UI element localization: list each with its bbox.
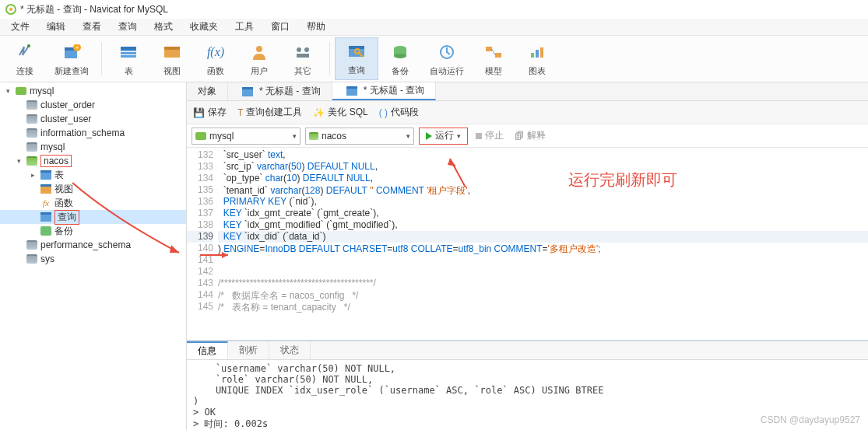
connection-select[interactable]: mysql▾ [192, 128, 300, 145]
save-button[interactable]: 💾保存 [193, 106, 227, 119]
tb-user[interactable]: 用户 [237, 37, 281, 80]
save-icon: 💾 [193, 107, 205, 118]
tree-db-nacos[interactable]: ▾nacos [0, 154, 186, 168]
tree-db[interactable]: mysql [0, 140, 186, 154]
tree-db[interactable]: sys [0, 252, 186, 266]
menu-help[interactable]: 帮助 [299, 19, 333, 35]
svg-point-14 [297, 47, 301, 52]
tb-connect[interactable]: 连接 [3, 37, 47, 80]
tree-backups[interactable]: 备份 [0, 224, 186, 238]
menu-window[interactable]: 窗口 [263, 19, 297, 35]
window-title: * 无标题 - 查询 - Navicat for MySQL [20, 3, 168, 16]
tree-db[interactable]: cluster_order [0, 98, 186, 112]
main-toolbar: 连接 +新建查询 表 视图 f(x)函数 用户 其它 查询 备份 自动运行 模型… [0, 36, 868, 82]
run-button[interactable]: 运行▾ [419, 128, 468, 145]
svg-rect-24 [486, 47, 492, 51]
svg-point-2 [27, 44, 30, 47]
snippet-button[interactable]: ( )代码段 [379, 106, 419, 119]
annotation-label: 运行完刷新即可 [568, 170, 677, 191]
tab-query-1[interactable]: * 无标题 - 查询 [228, 82, 332, 100]
query-builder-button[interactable]: T查询创建工具 [237, 106, 302, 119]
tb-table[interactable]: 表 [107, 37, 150, 80]
svg-rect-9 [121, 51, 136, 52]
tb-autorun[interactable]: 自动运行 [422, 37, 472, 80]
tree-db[interactable]: cluster_user [0, 112, 186, 126]
tb-function[interactable]: f(x)函数 [194, 37, 237, 80]
watermark: CSDN @daydayup9527 [761, 414, 860, 425]
tb-view[interactable]: 视图 [150, 37, 194, 80]
svg-rect-26 [531, 53, 534, 58]
svg-rect-28 [540, 47, 543, 58]
tree-db[interactable]: information_schema [0, 126, 186, 140]
rtab-profile[interactable]: 剖析 [228, 341, 269, 359]
tab-objects[interactable]: 对象 [187, 82, 228, 100]
query-context-bar: mysql▾ nacos▾ 运行▾ 停止 🗐解释 [187, 124, 868, 148]
app-icon [5, 3, 17, 16]
tb-other[interactable]: 其它 [281, 37, 325, 80]
play-icon [426, 132, 432, 140]
code-area[interactable]: `src_user` text, `src_ip` varchar(50) DE… [218, 148, 868, 340]
explain-button[interactable]: 🗐解释 [511, 129, 549, 142]
svg-rect-12 [164, 47, 180, 50]
rtab-info[interactable]: 信息 [187, 341, 228, 359]
svg-rect-27 [536, 50, 539, 58]
rtab-status[interactable]: 状态 [269, 341, 311, 359]
connection-tree: ▾mysql cluster_order cluster_user inform… [0, 82, 187, 430]
svg-rect-16 [297, 54, 309, 58]
menu-edit[interactable]: 编辑 [39, 19, 73, 35]
tb-new-query[interactable]: +新建查询 [47, 37, 97, 80]
svg-point-15 [304, 47, 309, 52]
menu-favorites[interactable]: 收藏夹 [182, 19, 226, 35]
line-gutter: 1321331341351361371381391401411421431441… [187, 148, 218, 340]
stop-icon [476, 133, 482, 139]
result-tabs: 信息 剖析 状态 [187, 341, 868, 360]
menu-view[interactable]: 查看 [75, 19, 109, 35]
editor-tabs: 对象 * 无标题 - 查询 * 无标题 - 查询 [187, 82, 868, 101]
tb-query[interactable]: 查询 [335, 37, 378, 80]
beautify-button[interactable]: ✨美化 SQL [313, 106, 367, 119]
menu-tools[interactable]: 工具 [227, 19, 262, 35]
menubar: 文件 编辑 查看 查询 格式 收藏夹 工具 窗口 帮助 [0, 19, 868, 36]
tb-backup[interactable]: 备份 [378, 37, 422, 80]
tab-query-2[interactable]: * 无标题 - 查询 [332, 82, 437, 100]
sql-editor[interactable]: 1321331341351361371381391401411421431441… [187, 148, 868, 341]
svg-rect-10 [121, 54, 136, 55]
svg-rect-25 [495, 53, 501, 58]
menu-query[interactable]: 查询 [111, 19, 145, 35]
database-select[interactable]: nacos▾ [305, 128, 414, 145]
tree-db[interactable]: performance_schema [0, 238, 186, 252]
tb-chart[interactable]: 图表 [515, 37, 559, 80]
svg-point-1 [9, 8, 12, 11]
tb-model[interactable]: 模型 [472, 37, 515, 80]
tree-tables[interactable]: ▸表 [0, 168, 186, 182]
tree-connection[interactable]: ▾mysql [0, 84, 186, 98]
tree-functions[interactable]: fx函数 [0, 196, 186, 210]
menu-file[interactable]: 文件 [3, 19, 37, 35]
svg-point-13 [256, 46, 262, 52]
menu-format[interactable]: 格式 [146, 19, 181, 35]
svg-rect-8 [121, 47, 136, 50]
svg-text:+: + [76, 44, 79, 51]
tree-views[interactable]: 视图 [0, 182, 186, 196]
stop-button[interactable]: 停止 [473, 129, 507, 142]
tree-queries[interactable]: 查询 [0, 210, 186, 224]
svg-point-22 [394, 54, 406, 58]
query-actionbar: 💾保存 T查询创建工具 ✨美化 SQL ( )代码段 [187, 101, 868, 124]
